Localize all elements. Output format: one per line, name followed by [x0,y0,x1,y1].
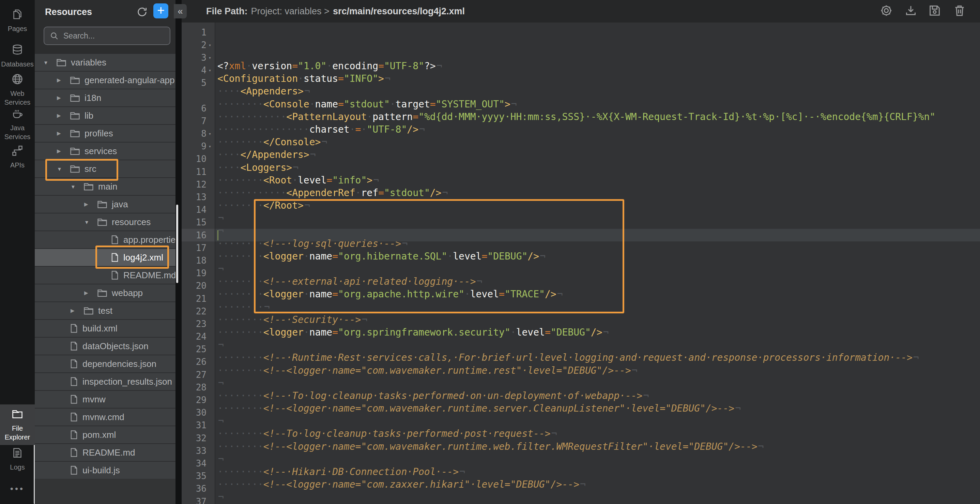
eol-mark: ¬ [735,403,741,414]
search-icon [50,31,59,40]
rail-item-java-services[interactable]: Java Services [0,104,35,145]
rail-item-logs[interactable]: Logs [0,443,35,475]
tree-folder-generated-angular-app[interactable]: ▶generated-angular-app [35,71,175,89]
rail-item-apis[interactable]: APIs [0,141,35,173]
eol-mark: ¬ [511,99,517,110]
rail-more-button[interactable]: ••• [0,483,35,494]
gutter-line-10: 10 [181,153,215,165]
code-row: ············<PatternLayout·pattern="%d{d… [217,110,980,123]
tree-item-label: i18n [84,93,101,103]
tree-folder-main[interactable]: ▼main [35,177,175,195]
chevron-right-icon[interactable]: ▶ [70,308,83,314]
code-editor[interactable]: <?xml·version="1.0"·encoding="UTF-8"?>¬<… [215,22,980,504]
tree-file-mvnw.cmd[interactable]: mvnw.cmd [35,408,175,426]
tree-folder-java[interactable]: ▶java [35,195,175,213]
tree-folder-src[interactable]: ▼src [35,159,175,177]
eol-mark: ¬ [580,479,586,490]
tree-file-build.xml[interactable]: build.xml [35,319,175,337]
tree-folder-resources[interactable]: ▼resources [35,213,175,231]
gutter-line-30: 30 [181,407,215,419]
folder-icon [70,111,80,120]
chevron-right-icon[interactable]: ▶ [83,290,97,296]
chevron-right-icon[interactable]: ▶ [56,148,70,154]
add-resource-button[interactable]: + [153,3,168,18]
chevron-down-icon[interactable]: ▼ [70,184,83,190]
tree-file-mvnw[interactable]: mvnw [35,390,175,408]
save-button[interactable] [928,4,942,18]
gutter-line-27: 27 [181,368,215,381]
fold-icon[interactable]: ▾ [207,55,213,61]
fold-icon[interactable]: ▾ [207,131,213,136]
project-breadcrumb: Project: variables > [251,6,329,17]
chevron-right-icon[interactable]: ▶ [56,77,70,83]
tree-file-inspection_results.json[interactable]: inspection_results.json [35,372,175,390]
chevron-right-icon[interactable]: ▶ [83,201,97,207]
file-icon [70,341,78,351]
chevron-right-icon[interactable]: ▶ [56,113,70,119]
code-row: ········<!--·Runtime·Rest·services·calls… [217,351,980,364]
collapse-panel-button[interactable]: « [174,4,187,18]
chevron-down-icon[interactable]: ▼ [43,60,56,65]
download-button[interactable] [904,4,918,18]
tree-item-label: log4j2.xml [123,252,163,263]
rail-item-databases[interactable]: Databases [0,40,35,72]
settings-button[interactable] [879,4,893,18]
eol-mark: ¬ [419,124,425,135]
tree-folder-profiles[interactable]: ▶profiles [35,124,175,142]
search-input[interactable] [63,31,163,41]
code-row: ¬ [217,263,980,275]
chevron-right-icon[interactable]: ▶ [56,130,70,136]
tree-item-label: java [112,199,128,210]
tree-folder-services[interactable]: ▶services [35,142,175,159]
tree-folder-i18n[interactable]: ▶i18n [35,89,175,106]
gutter-line-31: 31 [181,419,215,432]
tree-folder-webapp[interactable]: ▶webapp [35,284,175,301]
gutter-line-34: 34 [181,457,215,470]
rail-item-label: Java Services [0,123,34,141]
gutter-line-7: 7 [181,115,215,127]
eol-mark: ¬ [218,339,224,351]
gutter-line-4: 4▾ [181,64,215,77]
gutter-line-22: 22 [181,305,215,317]
code-row: ················charset·=·"UTF-8"/>¬ [217,123,980,136]
delete-button[interactable] [952,4,967,18]
eol-mark: ¬ [442,187,448,198]
gutter-line-29: 29 [181,394,215,406]
tree-file-log4j2.xml[interactable]: log4j2.xml [35,248,175,266]
tree-file-app.properties[interactable]: app.properties [35,231,175,248]
tree-file-pom.xml[interactable]: pom.xml [35,426,175,443]
gutter-line-24: 24 [181,330,215,343]
code-row: ············<AppenderRef·ref="stdout"/>¬ [217,187,980,199]
tree-folder-test[interactable]: ▶test [35,301,175,319]
code-row: ¬ [217,339,980,351]
rail-item-file-explorer[interactable]: File Explorer [0,404,35,445]
tree-scrollbar-thumb[interactable] [176,204,178,283]
tree-file-README.md[interactable]: README.md [35,443,175,461]
code-row: ········<!--<logger·name="com.wavemaker.… [217,364,980,377]
refresh-button[interactable] [135,5,149,19]
tree-folder-lib[interactable]: ▶lib [35,106,175,124]
tree-file-README.md[interactable]: README.md [35,266,175,284]
tree-folder-variables[interactable]: ▼variables [35,53,175,71]
gutter-line-1: 1 [181,26,215,38]
rail-item-pages[interactable]: Pages [0,5,35,37]
code-row: ¬ [217,415,980,427]
chevron-down-icon[interactable]: ▼ [83,219,97,225]
gutter-line-25: 25 [181,343,215,356]
code-row: ········<Console·name="stdout"·target="S… [217,98,980,110]
fold-icon[interactable]: ▾ [207,144,213,149]
chevron-down-icon[interactable]: ▼ [56,166,70,172]
editor-gutter: 12▾3▾4▾5678▾9▾10111213141516171819202122… [181,22,215,504]
fold-icon[interactable]: ▾ [207,67,213,73]
fold-icon[interactable]: ▾ [207,42,213,48]
panel-title: Resources [45,7,92,18]
gutter-line-17: 17 [181,241,215,254]
chevron-right-icon[interactable]: ▶ [56,95,70,101]
eol-mark: ¬ [557,289,563,300]
eol-mark: ¬ [218,225,224,236]
tree-file-dependencies.json[interactable]: dependencies.json [35,355,175,372]
code-row: ········<!--·log·sql·queries·-->¬ [217,237,980,250]
tree-file-dataObjects.json[interactable]: dataObjects.json [35,337,175,355]
file-path-label: File Path: [206,6,248,17]
tree-file-ui-build.js[interactable]: ui-build.js [35,461,175,479]
